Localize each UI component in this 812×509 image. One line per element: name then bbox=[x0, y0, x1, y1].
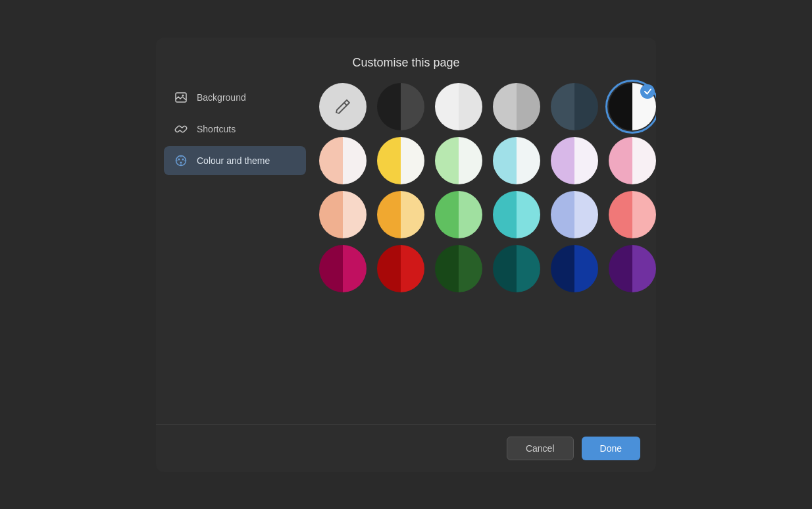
svg-point-4 bbox=[182, 158, 184, 160]
modal-body: Background Shortcuts bbox=[156, 83, 656, 424]
cancel-button[interactable]: Cancel bbox=[507, 437, 574, 460]
color-area bbox=[314, 83, 656, 411]
color-red[interactable] bbox=[377, 245, 424, 292]
color-navy[interactable] bbox=[551, 245, 598, 292]
color-grid bbox=[319, 83, 656, 292]
sidebar-item-background[interactable]: Background bbox=[164, 83, 306, 112]
color-salmon-mid[interactable] bbox=[609, 191, 656, 238]
svg-point-5 bbox=[180, 161, 182, 163]
modal-title: Customise this page bbox=[156, 38, 656, 83]
modal-footer: Cancel Done bbox=[156, 424, 656, 472]
sidebar-colour-label: Colour and theme bbox=[197, 155, 270, 166]
color-peach-mid[interactable] bbox=[319, 191, 367, 238]
svg-point-3 bbox=[178, 158, 180, 160]
done-button[interactable]: Done bbox=[582, 437, 640, 460]
sidebar-item-shortcuts[interactable]: Shortcuts bbox=[164, 115, 306, 144]
color-crimson[interactable] bbox=[319, 245, 367, 292]
eyedropper-circle bbox=[319, 83, 367, 130]
color-black-white[interactable] bbox=[609, 83, 656, 130]
color-lavender-light[interactable] bbox=[551, 137, 598, 184]
color-teal-dark[interactable] bbox=[493, 245, 540, 292]
color-yellow-light[interactable] bbox=[377, 137, 424, 184]
sidebar-shortcuts-label: Shortcuts bbox=[197, 124, 236, 134]
color-white-light[interactable] bbox=[435, 83, 482, 130]
image-icon bbox=[174, 91, 188, 104]
color-orange-mid[interactable] bbox=[377, 191, 424, 238]
color-teal-mid[interactable] bbox=[493, 191, 540, 238]
color-peach-light[interactable] bbox=[319, 137, 367, 184]
color-green-mid[interactable] bbox=[435, 191, 482, 238]
customise-modal: Customise this page Background bbox=[156, 38, 656, 472]
palette-icon bbox=[174, 154, 188, 167]
color-dark-teal[interactable] bbox=[551, 83, 598, 130]
svg-point-1 bbox=[182, 94, 184, 96]
color-forest[interactable] bbox=[435, 245, 482, 292]
color-cyan-light[interactable] bbox=[493, 137, 540, 184]
color-blue-mid[interactable] bbox=[551, 191, 598, 238]
color-purple[interactable] bbox=[609, 245, 656, 292]
color-gray[interactable] bbox=[493, 83, 540, 130]
sidebar: Background Shortcuts bbox=[156, 83, 314, 411]
color-green-light[interactable] bbox=[435, 137, 482, 184]
color-pink-light[interactable] bbox=[609, 137, 656, 184]
sidebar-background-label: Background bbox=[197, 92, 246, 103]
color-dark-half[interactable] bbox=[377, 83, 424, 130]
sidebar-item-colour-theme[interactable]: Colour and theme bbox=[164, 146, 306, 175]
selected-check-badge bbox=[640, 84, 655, 99]
color-eyedropper[interactable] bbox=[319, 83, 367, 130]
link-icon bbox=[174, 122, 188, 136]
